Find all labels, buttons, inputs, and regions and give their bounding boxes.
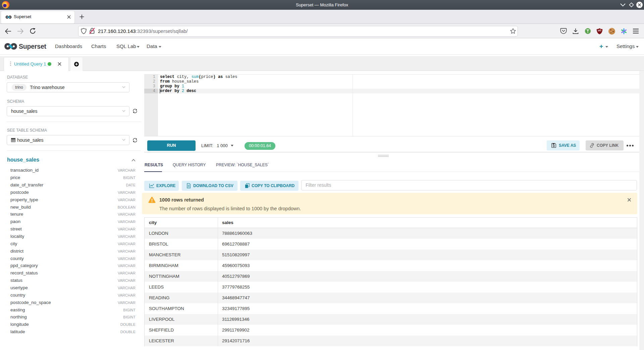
svg-text:uO: uO [598, 29, 601, 32]
